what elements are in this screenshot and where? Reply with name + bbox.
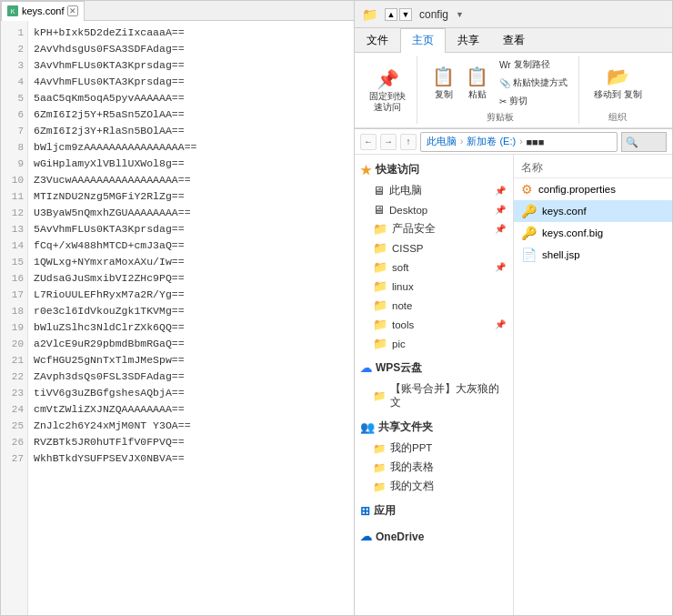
- ribbon-content: 📌 固定到快速访问 📋 复制 📋 粘贴: [355, 53, 672, 128]
- pin-label: 固定到快速访问: [369, 91, 406, 113]
- apps-icon: ⊞: [360, 504, 370, 518]
- file-item[interactable]: 📄shell.jsp: [514, 244, 672, 266]
- my-item[interactable]: 📁我的PPT: [355, 439, 513, 458]
- code-line: U3ByaW5nQmxhZGUAAAAAAAA==: [34, 205, 348, 221]
- my-item-name: 我的表格: [390, 460, 434, 474]
- paste-shortcut-label: 粘贴快捷方式: [513, 76, 568, 89]
- apps-section: ⊞ 应用: [355, 500, 513, 522]
- move-icon: 📂: [607, 66, 629, 87]
- file-item[interactable]: 🔑keys.conf: [514, 200, 672, 222]
- wps-item[interactable]: 📁 【账号合并】大灰狼的文: [355, 379, 513, 412]
- move-copy-button[interactable]: 📂 移动到 复制: [590, 64, 646, 103]
- code-line: 1QWLxg+NYmxraMoxAXu/Iw==: [34, 254, 348, 270]
- wps-section: ☁ WPS云盘 📁 【账号合并】大灰狼的文: [355, 357, 513, 412]
- paste-button[interactable]: 📋 粘贴: [462, 64, 492, 103]
- tree-panel: ★ 快速访问 🖥此电脑📌🖥Desktop📌📁产品安全📌📁CISSP📁soft📌📁…: [355, 155, 514, 615]
- explorer-titlebar: 📁 ▲ ▼ config ▼: [355, 1, 672, 28]
- tree-item[interactable]: 📁tools📌: [355, 315, 513, 334]
- tree-item[interactable]: 📁note: [355, 296, 513, 315]
- tree-item[interactable]: 📁pic: [355, 334, 513, 353]
- tree-item-icon: 📁: [373, 318, 387, 331]
- onedrive-icon: ☁: [360, 530, 372, 543]
- file-type-icon: K: [7, 5, 18, 16]
- tab-view[interactable]: 查看: [491, 28, 537, 52]
- tab-label: keys.conf: [22, 5, 64, 16]
- cut-label: 剪切: [509, 95, 527, 107]
- tree-item[interactable]: 📁linux: [355, 277, 513, 296]
- quick-access-header[interactable]: ★ 快速访问: [355, 158, 513, 181]
- tree-item-name: 产品安全: [392, 222, 436, 236]
- code-line: RVZBTk5JR0hUTFlfV0FPVQ==: [34, 434, 348, 450]
- tree-item[interactable]: 📁soft📌: [355, 258, 513, 277]
- file-items: ⚙config.properties🔑keys.conf🔑keys.conf.b…: [514, 178, 672, 266]
- pin-to-quick-access-button[interactable]: 📌 固定到快速访问: [366, 66, 409, 115]
- tree-item[interactable]: 📁产品安全📌: [355, 219, 513, 238]
- paste-path-button[interactable]: Wr 复制路径: [496, 56, 571, 73]
- path-segment-current[interactable]: ■■■: [526, 136, 544, 147]
- code-area[interactable]: kPH+bIxk5D2deZiIxcaaaA==2AvVhdsgUs0FSA3S…: [28, 21, 354, 615]
- file-icon: 📄: [521, 247, 537, 262]
- shared-icon: 👥: [360, 420, 375, 434]
- tree-item[interactable]: 🖥Desktop📌: [355, 200, 513, 219]
- path-segment-drive[interactable]: 新加卷 (E:): [467, 135, 516, 148]
- wps-header[interactable]: ☁ WPS云盘: [355, 357, 513, 379]
- tree-item[interactable]: 🖥此电脑📌: [355, 181, 513, 200]
- up-button[interactable]: ↑: [400, 134, 417, 150]
- code-line: a2VlcE9uR29pbmdBbmRGaQ==: [34, 336, 348, 352]
- file-item[interactable]: ⚙config.properties: [514, 178, 672, 200]
- code-line: MTIzNDU2Nzg5MGFiY2RlZg==: [34, 188, 348, 205]
- tab-file[interactable]: 文件: [355, 28, 400, 52]
- shared-label: 共享文件夹: [378, 419, 433, 435]
- tab-close-button[interactable]: ✕: [67, 5, 78, 16]
- tree-item[interactable]: 📁CISSP: [355, 238, 513, 258]
- code-line: 6ZmI6I2j3Y+RlaSn5BOlAA==: [34, 123, 348, 139]
- apps-label: 应用: [374, 503, 396, 519]
- file-name: config.properties: [538, 184, 616, 195]
- folder-title-icon: 📁: [362, 7, 377, 22]
- name-column-header: 名称: [521, 161, 543, 175]
- copy-button[interactable]: 📋 复制: [428, 64, 458, 103]
- wps-icon: ☁: [360, 361, 372, 375]
- tab-share[interactable]: 共享: [446, 28, 491, 52]
- search-input[interactable]: [621, 132, 667, 152]
- tree-item-name: tools: [392, 319, 414, 330]
- code-line: WcfHGU25gNnTxTlmJMeSpw==: [34, 352, 348, 369]
- shared-header[interactable]: 👥 共享文件夹: [355, 416, 513, 439]
- paste-shortcut-button[interactable]: 📎 粘贴快捷方式: [496, 75, 571, 91]
- code-line: ZnJlc2h6Y24xMjM0NT Y3OA==: [34, 418, 348, 434]
- address-path[interactable]: 此电脑 › 新加卷 (E:) › ■■■: [420, 132, 618, 152]
- tree-item-name: linux: [392, 281, 414, 292]
- back-button[interactable]: ←: [360, 134, 377, 150]
- file-item[interactable]: 🔑keys.conf.big: [514, 222, 672, 244]
- code-line: 4AvVhmFLUs0KTA3Kprsdag==: [34, 74, 348, 90]
- path-segment-pc[interactable]: 此电脑: [427, 135, 457, 148]
- nav-up-arrow[interactable]: ▲: [385, 8, 397, 21]
- cut-button[interactable]: ✂ 剪切: [496, 93, 571, 109]
- pin-indicator-icon: 📌: [495, 262, 506, 272]
- tree-item-icon: 📁: [373, 241, 387, 255]
- nav-down-arrow[interactable]: ▼: [399, 8, 412, 21]
- ribbon-side-buttons: Wr 复制路径 📎 粘贴快捷方式 ✂ 剪切: [496, 56, 571, 109]
- wps-label: WPS云盘: [376, 360, 422, 376]
- file-icon: 🔑: [521, 226, 537, 240]
- wps-folder-icon: 📁: [373, 389, 386, 402]
- editor-tab[interactable]: K keys.conf ✕: [1, 1, 85, 21]
- title-dropdown[interactable]: ▼: [456, 10, 464, 19]
- copy-label: 复制: [435, 88, 453, 101]
- tree-item-name: Desktop: [389, 205, 427, 216]
- file-name: keys.conf.big: [542, 227, 603, 238]
- my-item[interactable]: 📁我的表格: [355, 458, 513, 477]
- onedrive-label: OneDrive: [376, 530, 424, 543]
- apps-header[interactable]: ⊞ 应用: [355, 500, 513, 522]
- tab-home[interactable]: 主页: [400, 28, 446, 53]
- path-separator-2: ›: [519, 136, 522, 146]
- forward-button[interactable]: →: [380, 134, 397, 150]
- shared-section: 👥 共享文件夹 📁我的PPT📁我的表格📁我的文档: [355, 416, 513, 496]
- path-separator-1: ›: [460, 136, 463, 146]
- code-line: bWljcm9zAAAAAAAAAAAAAAAA==: [34, 139, 348, 156]
- onedrive-header[interactable]: ☁ OneDrive: [355, 526, 513, 547]
- organize-buttons: 📂 移动到 复制: [590, 56, 646, 109]
- my-item-name: 我的PPT: [390, 441, 432, 455]
- my-item[interactable]: 📁我的文档: [355, 477, 513, 496]
- file-name: keys.conf: [542, 206, 587, 217]
